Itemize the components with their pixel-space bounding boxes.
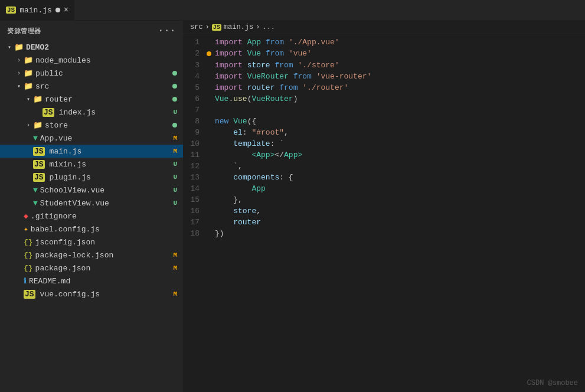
line-number: 17 [183, 217, 207, 228]
line-number: 16 [183, 205, 207, 217]
chevron-right-icon: › [14, 57, 24, 64]
sidebar-item-jsconfig-json[interactable]: {} jsconfig.json [0, 236, 183, 249]
sidebar-item-mixin-js[interactable]: JS mixin.js U [0, 158, 183, 171]
code-line: 8new Vue({ [183, 116, 585, 127]
sidebar-item-package-json[interactable]: {} package.json M [0, 262, 183, 275]
untracked-badge: U [173, 174, 177, 181]
line-number: 10 [183, 138, 207, 149]
code-line: 14 App [183, 183, 585, 194]
modified-dot-badge [172, 71, 177, 76]
root-label: DEMO2 [26, 43, 183, 52]
tab-label: main.js [19, 6, 52, 15]
line-number: 12 [183, 161, 207, 172]
line-number: 18 [183, 228, 207, 239]
folder-icon: 📁 [24, 68, 33, 78]
tab-main-js[interactable]: JS main.js × [0, 0, 75, 21]
sidebar-item-app-vue[interactable]: ▼ App.vue M [0, 132, 183, 145]
sidebar-item-readme[interactable]: ℹ README.md [0, 275, 183, 288]
code-line: 13 components: { [183, 172, 585, 183]
line-number: 14 [183, 183, 207, 194]
sidebar-item-gitignore[interactable]: ◆ .gitignore [0, 210, 183, 223]
chevron-down-icon: ▾ [14, 83, 24, 90]
src-label: src [35, 82, 172, 91]
code-line: 4import VueRouter from 'vue-router' [183, 71, 585, 82]
sidebar-item-node-modules[interactable]: › 📁 node_modules [0, 54, 183, 67]
line-number: 4 [183, 71, 207, 82]
code-line: 11 <App></App> [183, 149, 585, 161]
sidebar-header: 资源管理器 ··· [0, 21, 183, 41]
sidebar-item-router[interactable]: ▾ 📁 router [0, 93, 183, 106]
sidebar-item-babel-config[interactable]: ✦ babel.config.js [0, 223, 183, 236]
code-line: 15 }, [183, 194, 585, 205]
line-number: 5 [183, 82, 207, 93]
line-number: 3 [183, 60, 207, 71]
code-line: 17 router [183, 217, 585, 228]
code-line: 18}) [183, 228, 585, 239]
code-line: 9 el: "#root", [183, 127, 585, 138]
line-number: 2 [183, 48, 207, 59]
sidebar-item-studentview-vue[interactable]: ▼ StudentView.vue U [0, 197, 183, 210]
line-number: 7 [183, 104, 207, 116]
code-line: 3import store from './store' [183, 60, 585, 71]
watermark: CSDN @smobee [527, 379, 578, 387]
line-content: template: ` [215, 138, 296, 149]
code-line: 7 [183, 104, 585, 116]
untracked-badge: U [173, 187, 177, 194]
line-content: }) [215, 228, 236, 239]
chevron-right-icon: › [24, 122, 33, 129]
sidebar-item-index-js[interactable]: JS index.js U [0, 106, 183, 119]
code-editor[interactable]: 1import App from './App.vue'2import Vue … [183, 34, 585, 392]
sidebar-item-src[interactable]: ▾ 📁 src [0, 80, 183, 93]
folder-icon: 📁 [24, 55, 33, 65]
sidebar-item-package-lock[interactable]: {} package-lock.json M [0, 249, 183, 262]
line-number: 6 [183, 93, 207, 104]
breadcrumb-file: main.js [224, 23, 253, 31]
code-line: 5import router from './router' [183, 82, 585, 93]
line-content: `, [215, 161, 254, 172]
breadcrumb-src: src [190, 23, 203, 31]
modified-badge: M [173, 148, 177, 155]
js-file-icon: JS [24, 290, 35, 299]
public-label: public [35, 69, 172, 78]
line-content: el: "#root", [215, 127, 300, 138]
folder-icon: 📁 [33, 94, 43, 104]
sidebar-item-schoolview-vue[interactable]: ▼ SchoolView.vue U [0, 184, 183, 197]
plugin-js-label: plugin.js [50, 173, 174, 182]
package-json-label: package.json [35, 264, 174, 273]
line-content: <App></App> [215, 149, 314, 161]
editor-area: src › JS main.js › ... 1import App from … [183, 21, 585, 392]
line-number: 8 [183, 116, 207, 127]
sidebar-item-vue-config[interactable]: JS vue.config.js M [0, 288, 183, 300]
line-content: import store from './store' [215, 60, 351, 71]
line-number: 11 [183, 149, 207, 161]
line-number: 13 [183, 172, 207, 183]
modified-badge: M [173, 135, 177, 142]
line-number: 1 [183, 37, 207, 48]
json-icon: {} [24, 251, 33, 260]
sidebar-item-public[interactable]: › 📁 public [0, 67, 183, 80]
code-line: 12 `, [183, 161, 585, 172]
schoolview-label: SchoolView.vue [40, 186, 174, 195]
readme-icon: ℹ [24, 276, 27, 286]
sidebar-item-plugin-js[interactable]: JS plugin.js U [0, 171, 183, 184]
line-number: 15 [183, 194, 207, 205]
line-number: 9 [183, 127, 207, 138]
line-content: new Vue({ [215, 116, 268, 127]
js-file-icon: JS [33, 160, 45, 169]
line-content: import VueRouter from 'vue-router' [215, 71, 383, 82]
modified-dot-badge [172, 84, 177, 89]
sidebar-item-demo2[interactable]: ▾ 📁 DEMO2 [0, 41, 183, 54]
tab-close-button[interactable]: × [64, 6, 68, 14]
sidebar-item-store[interactable]: › 📁 store [0, 119, 183, 132]
readme-label: README.md [29, 277, 183, 286]
vue-file-icon: ▼ [33, 134, 38, 143]
line-content: import App from './App.vue' [215, 37, 351, 48]
line-content: import Vue from 'vue' [215, 48, 323, 59]
breadcrumb-sep2: › [256, 23, 260, 31]
sidebar-item-main-js[interactable]: JS main.js M [0, 145, 183, 158]
ellipsis-icon[interactable]: ··· [158, 25, 176, 36]
chevron-right-icon: › [14, 70, 24, 77]
breadcrumb-ellipsis: ... [262, 23, 275, 31]
breadcrumb: src › JS main.js › ... [183, 21, 585, 34]
line-content: App [215, 183, 277, 194]
